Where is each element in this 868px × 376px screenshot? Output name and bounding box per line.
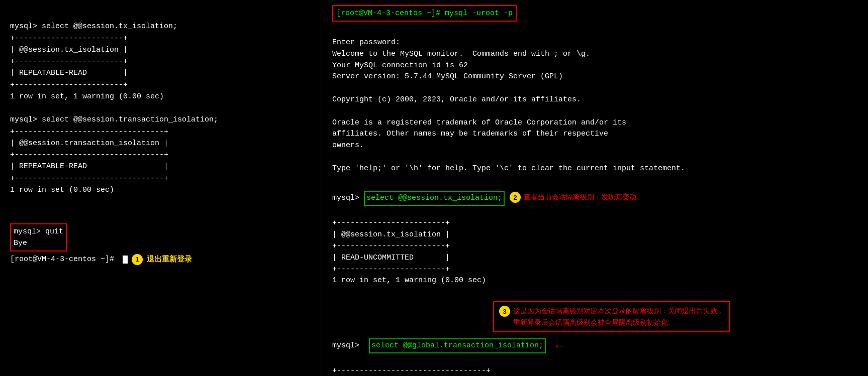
- right-terminal: [root@VM-4-3-centos ~]# mysql -uroot -p …: [322, 0, 868, 376]
- left-line-11: +---------------------------------+: [10, 151, 168, 159]
- annotation-3-line1: 这是因为会话隔离级别对应本次登录的隔离级别：关闭退出后失效，: [513, 307, 724, 315]
- annotation-3-box: 3这是因为会话隔离级别对应本次登录的隔离级别：关闭退出后失效， 重新登录后会话隔…: [493, 301, 730, 332]
- section2-cmd-box: select @@global.transaction_isolation;: [369, 338, 546, 353]
- intro-line-5: Copyright (c) 2000, 2023, Oracle and/or …: [332, 95, 581, 104]
- left-line-7: 1 row in set, 1 warning (0.00 sec): [10, 92, 164, 101]
- badge-3: 3: [499, 306, 510, 317]
- left-terminal: mysql> select @@session.tx_isolation; +-…: [0, 0, 322, 376]
- section1-prompt: mysql>: [332, 194, 364, 202]
- quit-line: mysql> quit: [14, 226, 63, 237]
- section1-cmd-box: select @@session.tx_isolation;: [364, 191, 505, 205]
- left-line-10: | @@session.transaction_isolation |: [10, 139, 168, 148]
- s2-t1: +---------------------------------+: [332, 366, 491, 375]
- section1-cmd: select @@session.tx_isolation;: [366, 194, 502, 202]
- left-line-14: 1 row in set (0.00 sec): [10, 186, 114, 194]
- intro-text: Enter password: Welcome to the MySQL mon…: [332, 26, 858, 186]
- annotation3-area: 3这是因为会话隔离级别对应本次登录的隔离级别：关闭退出后失效， 重新登录后会话隔…: [332, 301, 858, 332]
- cursor-left: [123, 256, 128, 264]
- section1-command-area: mysql> select @@session.tx_isolation;: [332, 191, 505, 205]
- main-panel: mysql> select @@session.tx_isolation; +-…: [0, 0, 868, 376]
- top-command-text: [root@VM-4-3-centos ~]# mysql -uroot -p: [336, 9, 513, 18]
- intro-line-6: Oracle is a registered trademark of Orac…: [332, 118, 626, 127]
- s1-t4: | READ-UNCOMMITTED |: [332, 254, 450, 262]
- annotation-2-text: 查看当前会话隔离级别：发现其变动。: [524, 193, 643, 202]
- intro-line-7: affiliates. Other names may be trademark…: [332, 130, 608, 138]
- left-line-1: mysql> select @@session.tx_isolation;: [10, 22, 177, 31]
- s1-result: 1 row in set, 1 warning (0.00 sec): [332, 276, 486, 285]
- bye-line: Bye: [14, 237, 63, 249]
- arrow-left-icon: ←: [556, 339, 563, 353]
- intro-line-2: Welcome to the MySQL monitor. Commands e…: [332, 50, 590, 58]
- intro-line-8: owners.: [332, 141, 364, 150]
- annotation-1-text: 退出重新登录: [147, 255, 192, 264]
- s1-t3: +------------------------+: [332, 242, 450, 250]
- intro-line-4: Server version: 5.7.44 MySQL Community S…: [332, 72, 563, 81]
- left-terminal-text: mysql> select @@session.tx_isolation; +-…: [10, 9, 312, 219]
- section2-table: +---------------------------------+ | @@…: [332, 354, 858, 376]
- shell-prompt-left: [root@VM-4-3-centos ~]#: [10, 254, 119, 265]
- left-line-5: | REPEATABLE-READ |: [10, 69, 128, 77]
- left-line-8: mysql> select @@session.transaction_isol…: [10, 115, 218, 124]
- left-line-13: +---------------------------------+: [10, 174, 168, 183]
- annotation-3-line2: 重新登录后会话隔离级别会被全局隔离级别初始化。: [513, 318, 675, 326]
- left-line-2: +------------------------+: [10, 34, 128, 43]
- intro-line-9: Type 'help;' or '\h' for help. Type '\c'…: [332, 164, 685, 173]
- section2-prompt: mysql>: [332, 340, 364, 351]
- section1-table: +------------------------+ | @@session.t…: [332, 207, 858, 298]
- top-command-box: [root@VM-4-3-centos ~]# mysql -uroot -p: [332, 5, 517, 22]
- annotation2-container: 2 查看当前会话隔离级别：发现其变动。: [510, 192, 643, 203]
- intro-line-3: Your MySQL connection id is 62: [332, 61, 468, 70]
- s1-t5: +------------------------+: [332, 265, 450, 274]
- quit-box: mysql> quit Bye: [10, 223, 67, 252]
- left-line-12: | REPEATABLE-READ |: [10, 162, 168, 171]
- s1-t2: | @@session.tx_isolation |: [332, 230, 450, 239]
- badge-2: 2: [510, 192, 521, 203]
- section2-row: mysql> select @@global.transaction_isola…: [332, 338, 858, 353]
- left-line-3: | @@session.tx_isolation |: [10, 46, 128, 54]
- left-line-6: +------------------------+: [10, 81, 128, 89]
- intro-line-1: Enter password:: [332, 38, 400, 47]
- section2-cmd: select @@global.transaction_isolation;: [371, 341, 543, 350]
- s1-t1: +------------------------+: [332, 219, 450, 227]
- section1-row: mysql> select @@session.tx_isolation; 2 …: [332, 191, 858, 205]
- left-line-9: +---------------------------------+: [10, 128, 168, 136]
- left-line-4: +------------------------+: [10, 57, 128, 66]
- badge-1: 1: [132, 254, 143, 265]
